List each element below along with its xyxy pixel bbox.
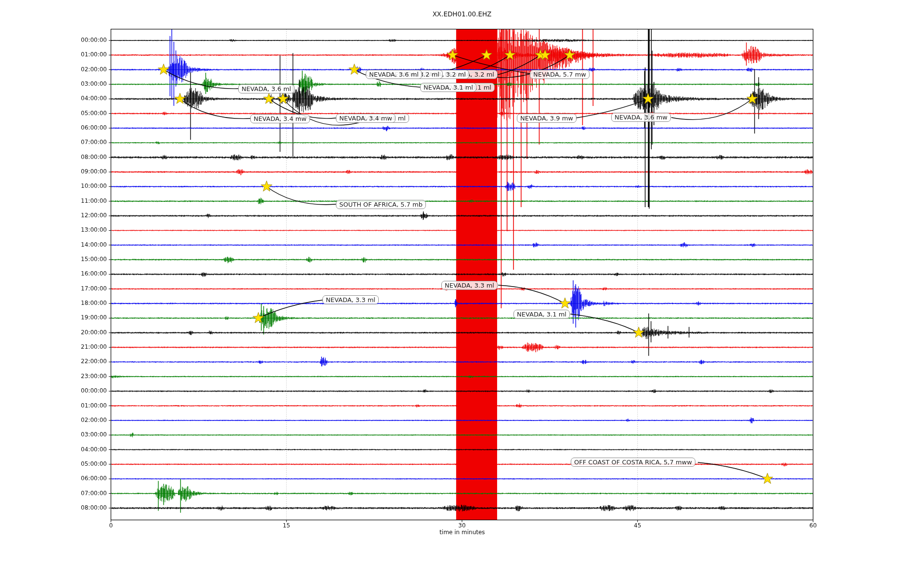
helicorder-window: XX.EDH01.00.EHZ time in minutes 00:00:00… [0, 0, 924, 578]
event-label: NEVADA, 3.4 mw [336, 114, 396, 123]
event-label: NEVADA, 3.6 ml [366, 70, 422, 79]
x-tick-label: 30 [448, 522, 476, 529]
y-tick-label: 23:00:00 [0, 373, 107, 380]
y-tick-label: 06:00:00 [0, 124, 107, 131]
y-tick-label: 10:00:00 [0, 183, 107, 189]
y-tick-label: 05:00:00 [0, 110, 107, 117]
y-tick-label: 01:00:00 [0, 51, 107, 58]
y-tick-label: 22:00:00 [0, 358, 107, 365]
event-label: NEVADA, 3.3 ml [441, 281, 498, 290]
y-tick-label: 18:00:00 [0, 300, 107, 306]
y-tick-label: 00:00:00 [0, 37, 107, 43]
event-label: NEVADA, 3.1 ml [420, 83, 476, 92]
y-tick-label: 21:00:00 [0, 343, 107, 350]
x-tick-label: 60 [799, 522, 828, 529]
event-label: NEVADA, 3.6 mw [611, 113, 671, 122]
event-label: NEVADA, 5.7 mw [530, 70, 590, 79]
y-tick-label: 06:00:00 [0, 475, 107, 482]
x-tick-label: 15 [272, 522, 301, 529]
y-tick-label: 15:00:00 [0, 256, 107, 263]
y-tick-label: 12:00:00 [0, 212, 107, 219]
y-tick-label: 02:00:00 [0, 417, 107, 423]
y-tick-label: 03:00:00 [0, 80, 107, 87]
y-tick-label: 11:00:00 [0, 197, 107, 204]
y-tick-label: 01:00:00 [0, 402, 107, 409]
event-label: NEVADA, 3.4 mw [250, 114, 310, 123]
event-label: OFF COAST OF COSTA RICA, 5,7 mww [571, 458, 695, 467]
y-tick-label: 20:00:00 [0, 329, 107, 336]
x-tick-label: 45 [623, 522, 652, 529]
event-label: NEVADA, 3.6 ml [238, 84, 295, 93]
chart-title: XX.EDH01.00.EHZ [0, 10, 924, 18]
event-label: NEVADA, 3.9 mw [517, 114, 577, 123]
y-tick-label: 14:00:00 [0, 241, 107, 248]
x-tick-label: 0 [97, 522, 126, 529]
y-tick-label: 08:00:00 [0, 504, 107, 511]
y-tick-label: 08:00:00 [0, 154, 107, 160]
y-tick-label: 09:00:00 [0, 168, 107, 175]
event-label: NEVADA, 3.3 ml [322, 295, 379, 304]
x-axis-label: time in minutes [111, 529, 813, 536]
y-tick-label: 17:00:00 [0, 285, 107, 292]
y-tick-label: 04:00:00 [0, 446, 107, 453]
y-tick-label: 16:00:00 [0, 270, 107, 277]
event-label: SOUTH OF AFRICA, 5.7 mb [336, 200, 426, 209]
y-tick-label: 19:00:00 [0, 314, 107, 321]
y-tick-label: 03:00:00 [0, 431, 107, 438]
y-tick-label: 00:00:00 [0, 387, 107, 394]
y-tick-label: 05:00:00 [0, 460, 107, 467]
y-tick-label: 13:00:00 [0, 226, 107, 233]
y-tick-label: 07:00:00 [0, 139, 107, 145]
event-label: NEVADA, 3.1 ml [513, 310, 570, 319]
y-tick-label: 02:00:00 [0, 66, 107, 73]
y-tick-label: 07:00:00 [0, 490, 107, 497]
y-tick-label: 04:00:00 [0, 95, 107, 102]
